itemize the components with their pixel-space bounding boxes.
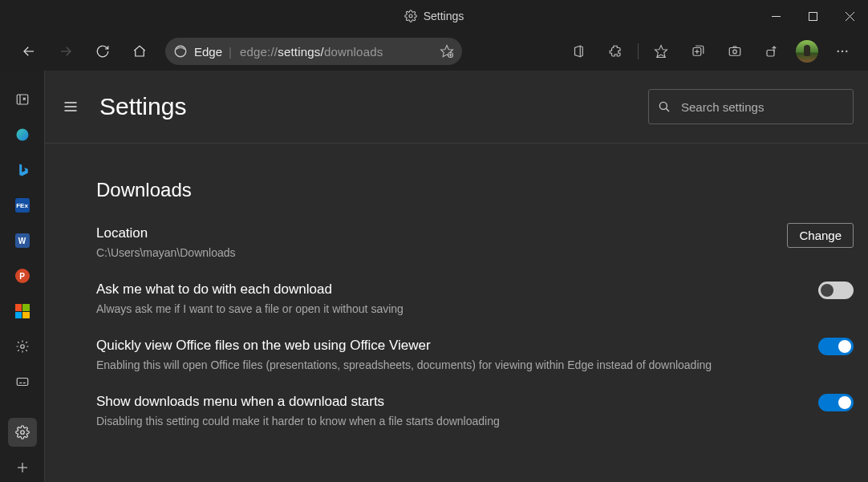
- home-button[interactable]: [124, 35, 156, 67]
- settings-title: Settings: [99, 93, 186, 120]
- gear-icon: [404, 10, 417, 22]
- ask-title: Ask me what to do with each download: [96, 282, 802, 298]
- office-toggle[interactable]: [818, 338, 854, 355]
- sidebar: FEx W P: [0, 71, 45, 482]
- sidebar-outlook-icon[interactable]: [8, 85, 37, 114]
- office-title: Quickly view Office files on the web usi…: [96, 338, 802, 354]
- url-tail: downloads: [324, 45, 383, 59]
- toolbar: Edge | edge://settings/downloads: [0, 32, 868, 71]
- favorite-add-icon[interactable]: [440, 44, 454, 59]
- page-title: Downloads: [96, 179, 854, 201]
- menu-title: Show downloads menu when a download star…: [96, 394, 802, 410]
- search-input[interactable]: [681, 100, 845, 114]
- sidebar-add-button[interactable]: [8, 453, 37, 482]
- svg-rect-2: [809, 12, 817, 20]
- content-header: Settings: [45, 71, 868, 144]
- svg-point-23: [846, 51, 847, 52]
- setting-ask-each-download: Ask me what to do with each download Alw…: [96, 282, 854, 315]
- edge-label: Edge: [194, 45, 222, 59]
- sidebar-bing-icon[interactable]: [8, 156, 37, 184]
- svg-marker-12: [655, 46, 667, 57]
- svg-rect-24: [17, 95, 28, 104]
- office-icon[interactable]: [562, 35, 594, 67]
- svg-point-36: [659, 102, 667, 109]
- separator: [638, 43, 639, 59]
- separator: |: [229, 45, 232, 59]
- screenshot-icon[interactable]: [719, 35, 751, 67]
- svg-point-18: [733, 50, 737, 54]
- location-title: Location: [96, 225, 771, 241]
- sidebar-settings-icon[interactable]: [8, 418, 37, 447]
- search-field[interactable]: [648, 89, 854, 124]
- svg-point-22: [842, 51, 843, 52]
- share-icon[interactable]: [756, 35, 788, 67]
- setting-location: Location C:\Users\mayan\Downloads Change: [96, 225, 854, 259]
- address-bar[interactable]: Edge | edge://settings/downloads: [165, 38, 462, 65]
- svg-rect-19: [767, 51, 774, 57]
- address-url: edge://settings/downloads: [240, 45, 383, 59]
- avatar[interactable]: [796, 40, 818, 63]
- main: FEx W P Settings: [0, 71, 868, 482]
- content: Settings Downloads Location C:\Users\may…: [45, 71, 868, 482]
- menu-icon[interactable]: [826, 35, 858, 67]
- menu-toggle[interactable]: [818, 394, 854, 411]
- title-group: Settings: [404, 10, 464, 22]
- location-path: C:\Users\mayan\Downloads: [96, 246, 771, 259]
- maximize-button[interactable]: [794, 0, 831, 32]
- refresh-button[interactable]: [87, 35, 119, 67]
- search-icon: [657, 99, 671, 114]
- sidebar-caption-icon[interactable]: [8, 367, 37, 396]
- svg-point-26: [20, 345, 24, 349]
- svg-line-37: [666, 108, 669, 111]
- ask-desc: Always ask me if I want to save a file o…: [96, 302, 802, 315]
- sidebar-powerpoint-icon[interactable]: P: [8, 261, 37, 290]
- nav-back-button[interactable]: [13, 35, 45, 67]
- settings-menu-button[interactable]: [56, 92, 85, 121]
- window-controls: [757, 0, 868, 32]
- window-title: Settings: [424, 10, 464, 22]
- extensions-icon[interactable]: [599, 35, 631, 67]
- sidebar-settings-gear-icon[interactable]: [8, 332, 37, 361]
- sidebar-fex-icon[interactable]: FEx: [8, 191, 37, 220]
- svg-point-21: [838, 51, 839, 52]
- svg-point-30: [20, 431, 24, 435]
- edge-icon: [173, 44, 188, 59]
- minimize-button[interactable]: [757, 0, 794, 32]
- close-button[interactable]: [831, 0, 868, 32]
- url-path: settings/: [278, 45, 324, 59]
- url-scheme: edge://: [240, 45, 278, 59]
- menu-desc: Disabling this setting could make it har…: [96, 415, 802, 427]
- sidebar-edge-icon[interactable]: [8, 120, 37, 149]
- svg-rect-27: [17, 379, 28, 386]
- setting-office-viewer: Quickly view Office files on the web usi…: [96, 338, 854, 371]
- titlebar: Settings: [0, 0, 868, 32]
- sidebar-word-icon[interactable]: W: [8, 226, 37, 255]
- svg-point-25: [16, 129, 28, 141]
- svg-point-0: [409, 14, 412, 18]
- edge-chip: Edge |: [173, 44, 232, 59]
- sidebar-microsoft-icon[interactable]: [8, 297, 37, 326]
- setting-downloads-menu: Show downloads menu when a download star…: [96, 394, 854, 427]
- collections-icon[interactable]: [682, 35, 714, 67]
- ask-toggle[interactable]: [818, 282, 854, 299]
- svg-rect-17: [729, 48, 740, 56]
- nav-forward-button[interactable]: [50, 35, 82, 67]
- office-desc: Enabling this will open Office files (pr…: [96, 358, 802, 371]
- settings-page: Downloads Location C:\Users\mayan\Downlo…: [45, 144, 868, 482]
- change-location-button[interactable]: Change: [787, 223, 854, 248]
- favorites-icon[interactable]: [645, 35, 677, 67]
